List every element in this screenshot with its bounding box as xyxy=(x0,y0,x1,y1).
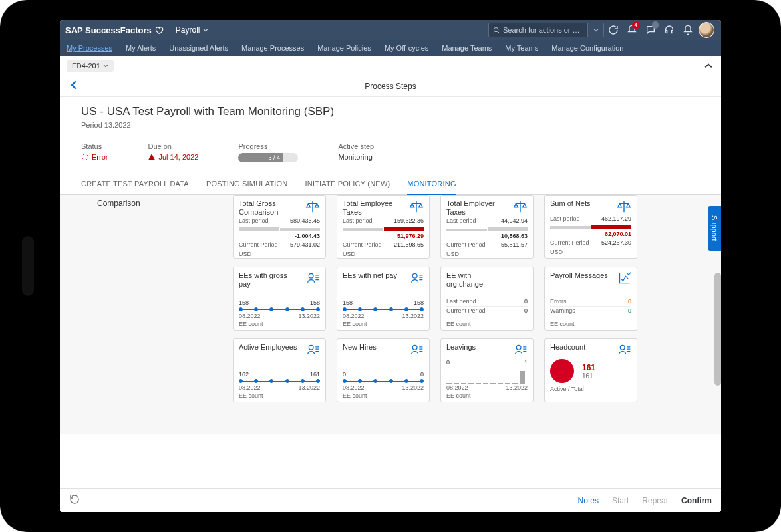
module-label: Payroll xyxy=(176,25,200,35)
subnav-manage-policies[interactable]: Manage Policies xyxy=(317,44,371,52)
scale-icon xyxy=(617,200,631,214)
tab-initiate-policy[interactable]: INITIATE POLICY (NEW) xyxy=(305,174,390,194)
tile-title: Active Employees xyxy=(239,343,297,352)
svg-point-0 xyxy=(494,27,498,31)
support-tab[interactable]: Support xyxy=(708,206,721,251)
person-list-icon xyxy=(618,343,631,356)
leavings-bars xyxy=(446,368,528,384)
collapse-header-button[interactable] xyxy=(703,60,714,72)
status-block: Status Error xyxy=(81,142,108,161)
back-button[interactable] xyxy=(69,80,78,92)
chevron-down-icon xyxy=(203,27,208,33)
heart-icon xyxy=(154,25,164,35)
chevron-down-icon xyxy=(593,27,599,33)
progress-bar: 3 / 4 xyxy=(238,153,298,162)
scale-icon xyxy=(513,200,528,214)
status-label: Status xyxy=(81,142,108,150)
confirm-button[interactable]: Confirm xyxy=(681,496,712,505)
tile-new-hires[interactable]: New Hires 00 08.202213.2022 EE count xyxy=(337,338,430,402)
tab-create-test-payroll[interactable]: CREATE TEST PAYROLL DATA xyxy=(81,174,189,194)
subnav-my-offcycles[interactable]: My Off-cycles xyxy=(385,44,428,52)
process-header: US - USA Test Payroll with Team Monitori… xyxy=(60,97,721,133)
avatar xyxy=(699,22,714,38)
variant-label: FD4-201 xyxy=(72,62,100,70)
search-scope-dropdown[interactable] xyxy=(588,23,604,37)
subnav-manage-teams[interactable]: Manage Teams xyxy=(442,44,492,52)
scale-icon xyxy=(409,200,424,214)
todos-button[interactable] xyxy=(641,21,660,39)
monitoring-panel: Comparison Total Gross Comparison Last p… xyxy=(60,195,721,434)
scale-icon xyxy=(305,200,320,214)
tile-sum-of-nets[interactable]: Sum of Nets Last period462,197.29 62,070… xyxy=(544,195,637,259)
tile-employee-taxes[interactable]: Total Employee Taxes Last period159,622.… xyxy=(337,195,430,259)
status-value: Error xyxy=(81,153,108,161)
tile-ees-net-pay[interactable]: EEs with net pay 158158 08.202213.2022 E… xyxy=(337,267,430,331)
process-period: Period 13.2022 xyxy=(81,121,700,129)
tile-title: New Hires xyxy=(343,343,377,352)
refresh-icon xyxy=(69,494,80,505)
headcount-donut xyxy=(550,359,574,383)
tile-headcount[interactable]: Headcount 161 161 Active / Total xyxy=(544,338,637,402)
alerts-button[interactable] xyxy=(679,21,697,39)
steps-header: Process Steps xyxy=(60,76,721,97)
process-title: US - USA Test Payroll with Team Monitori… xyxy=(81,105,700,118)
active-step-value: Monitoring xyxy=(338,153,374,161)
help-button[interactable] xyxy=(660,21,679,39)
tile-title: Sum of Nets xyxy=(550,200,591,208)
tile-leavings[interactable]: Leavings 01 08.202213.2022 EE count xyxy=(440,338,534,402)
sub-nav: My Processes My Alerts Unassigned Alerts… xyxy=(60,40,721,56)
due-value: Jul 14, 2022 xyxy=(148,153,198,161)
sync-icon xyxy=(608,25,619,35)
chart-check-icon xyxy=(618,271,631,285)
tile-title: Total Employer Taxes xyxy=(446,200,508,217)
refresh-button[interactable] xyxy=(69,494,80,507)
top-bar: SAP SuccessFactors Payroll Search for ac… xyxy=(60,20,721,40)
tile-total-gross[interactable]: Total Gross Comparison Last period580,43… xyxy=(233,195,326,259)
tile-title: EEs with net pay xyxy=(343,271,397,280)
profile-menu[interactable] xyxy=(697,21,716,39)
tab-posting-simulation[interactable]: POSTING SIMULATION xyxy=(206,174,288,194)
subnav-my-teams[interactable]: My Teams xyxy=(505,44,538,52)
brand-text: SAP SuccessFactors xyxy=(65,25,152,35)
svg-point-6 xyxy=(516,345,521,350)
status-text: Error xyxy=(92,153,108,161)
chevron-left-icon xyxy=(69,80,78,90)
tiles-grid: Total Gross Comparison Last period580,43… xyxy=(233,195,721,421)
footer-bar: Notes Start Repeat Confirm xyxy=(60,488,721,512)
subnav-manage-configuration[interactable]: Manage Configuration xyxy=(551,44,623,52)
tile-title: Total Employee Taxes xyxy=(343,200,404,217)
subnav-my-processes[interactable]: My Processes xyxy=(67,44,112,52)
search-wrap: Search for actions or … xyxy=(488,23,604,37)
person-list-icon xyxy=(307,271,320,285)
subnav-my-alerts[interactable]: My Alerts xyxy=(126,44,156,52)
svg-point-5 xyxy=(412,345,417,350)
tile-title: Payroll Messages xyxy=(550,271,608,280)
notifications-button[interactable]: 4 xyxy=(623,21,641,39)
tile-ees-gross-pay[interactable]: EEs with gross pay 158158 08.202213.2022… xyxy=(233,267,326,331)
scrollbar[interactable] xyxy=(714,273,721,386)
tile-ee-org-change[interactable]: EE with org.change Last period0 Current … xyxy=(440,267,534,331)
svg-point-4 xyxy=(309,345,313,350)
tile-payroll-messages[interactable]: Payroll Messages Errors0 Warnings0 EE co… xyxy=(544,267,637,331)
subnav-manage-processes[interactable]: Manage Processes xyxy=(241,44,304,52)
active-step-block: Active step Monitoring xyxy=(338,142,374,161)
tile-title: Total Gross Comparison xyxy=(239,200,300,217)
svg-point-1 xyxy=(82,154,88,160)
person-list-icon xyxy=(514,343,528,356)
module-dropdown[interactable]: Payroll xyxy=(176,25,208,35)
tile-active-employees[interactable]: Active Employees 162161 08.202213.2022 E… xyxy=(233,338,326,402)
tab-monitoring[interactable]: MONITORING xyxy=(407,174,456,195)
subnav-unassigned-alerts[interactable]: Unassigned Alerts xyxy=(169,44,228,52)
due-text: Jul 14, 2022 xyxy=(158,153,198,161)
notes-button[interactable]: Notes xyxy=(578,496,599,505)
tile-employer-taxes[interactable]: Total Employer Taxes Last period44,942.9… xyxy=(440,195,534,259)
sync-button[interactable] xyxy=(604,21,623,39)
start-button[interactable]: Start xyxy=(612,496,629,505)
chevron-up-icon xyxy=(704,62,712,70)
repeat-button[interactable]: Repeat xyxy=(642,496,668,505)
page-body: FD4-201 Process Steps US - USA Test Payr… xyxy=(60,56,721,488)
comparison-col: Comparison xyxy=(60,195,233,421)
search-input[interactable]: Search for actions or … xyxy=(488,23,588,37)
variant-dropdown[interactable]: FD4-201 xyxy=(67,60,114,72)
steps-title: Process Steps xyxy=(365,82,416,91)
